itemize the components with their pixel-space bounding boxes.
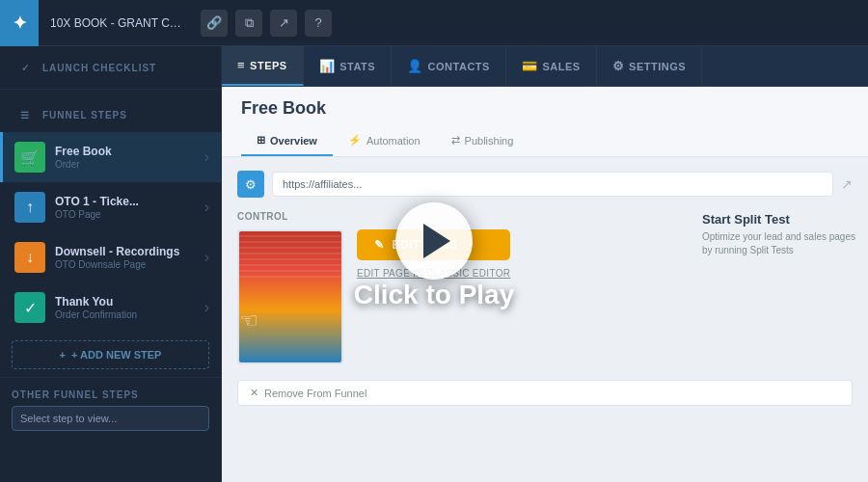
step-name-thank-you: Thank You: [55, 295, 201, 308]
remove-funnel-label: Remove From Funnel: [264, 388, 366, 399]
url-bar: ⚙ ↗: [237, 171, 853, 198]
overview-icon: ⊞: [257, 134, 265, 147]
nav-logo: ✦: [0, 0, 39, 46]
funnel-steps-label: FUNNEL STEPS: [42, 110, 127, 120]
stats-icon: 📊: [319, 59, 336, 73]
thumbnail-stripes: [239, 231, 341, 278]
external-icon-btn[interactable]: ↗: [270, 10, 297, 37]
contacts-icon: 👤: [407, 59, 423, 73]
page-thumbnail: [237, 229, 343, 364]
url-input[interactable]: [272, 172, 833, 197]
sub-tab-automation-label: Automation: [366, 135, 420, 147]
step-icon-check: ✓: [14, 292, 45, 323]
split-test-title: Start Split Test: [702, 212, 856, 227]
step-icon-down: ↓: [14, 242, 45, 273]
tab-settings[interactable]: ⚙ SETTINGS: [597, 46, 703, 86]
sales-icon: 💳: [522, 59, 538, 73]
sidebar-divider-2: [0, 377, 221, 378]
add-step-icon: +: [60, 349, 66, 361]
control-section: Control ✎ EDIT PAGE EDIT PAGE IN CLASSIC…: [237, 211, 853, 364]
tab-stats[interactable]: 📊 STATS: [304, 46, 392, 86]
play-button[interactable]: [395, 202, 473, 280]
step-sub-thank-you: Order Confirmation: [55, 309, 201, 320]
step-name-oto1: OTO 1 - Ticke...: [55, 195, 201, 208]
remove-from-funnel-button[interactable]: ✕ Remove From Funnel: [237, 380, 853, 406]
other-steps-label: OTHER FUNNEL STEPS: [12, 389, 209, 400]
other-steps-select[interactable]: Select step to view...: [12, 406, 209, 431]
split-test-desc: Optimize your lead and sales pages by ru…: [702, 230, 856, 257]
url-external-icon[interactable]: ↗: [841, 176, 853, 192]
add-step-label: + ADD NEW STEP: [71, 349, 161, 361]
settings-icon: ⚙: [612, 59, 625, 73]
content-title: Free Book: [241, 98, 849, 119]
nav-title: 10X BOOK - GRANT CAR...: [39, 16, 193, 30]
tab-contacts-label: CONTACTS: [428, 61, 490, 72]
step-arrow-free-book: ›: [204, 148, 209, 166]
launch-checklist-label: LAUNCH CHECKLIST: [42, 63, 156, 73]
page-control: ✎ EDIT PAGE EDIT PAGE IN CLASSIC EDITOR …: [237, 229, 853, 364]
launch-checklist-section: ✓ LAUNCH CHECKLIST: [0, 46, 221, 85]
step-name-free-book: Free Book: [55, 145, 201, 158]
content-body: ⚙ ↗ Control ✎ EDIT PAGE EDIT PAGE IN CLA…: [222, 157, 868, 475]
step-name-downsell: Downsell - Recordings: [55, 245, 201, 258]
copy-icon-btn[interactable]: ⧉: [235, 10, 262, 37]
top-nav: ✦ 10X BOOK - GRANT CAR... 🔗 ⧉ ↗ ?: [0, 0, 868, 46]
help-icon-btn[interactable]: ?: [305, 10, 332, 37]
content-header: Free Book ⊞ Overview ⚡ Automation ⇄ Publ…: [222, 87, 868, 157]
tab-steps[interactable]: ≡ STEPS: [222, 46, 304, 86]
tab-settings-label: SETTINGS: [629, 61, 686, 72]
nav-icons: 🔗 ⧉ ↗ ?: [193, 10, 339, 37]
step-sub-downsell: OTO Downsale Page: [55, 259, 201, 270]
tab-stats-label: STATS: [339, 61, 375, 72]
sidebar-step-free-book[interactable]: 🛒 Free Book Order ›: [0, 132, 221, 182]
step-icon-cart: 🛒: [14, 142, 45, 173]
sidebar-step-downsell[interactable]: ↓ Downsell - Recordings OTO Downsale Pag…: [0, 232, 221, 282]
tab-sales-label: SALES: [542, 61, 580, 72]
other-funnel-steps-section: OTHER FUNNEL STEPS Select step to view..…: [0, 382, 221, 439]
step-arrow-downsell: ›: [204, 249, 209, 266]
step-sub-oto1: OTO Page: [55, 209, 201, 220]
tab-sales[interactable]: 💳 SALES: [506, 46, 597, 86]
split-test-section: Start Split Test Optimize your lead and …: [702, 212, 856, 257]
sidebar-step-thank-you[interactable]: ✓ Thank You Order Confirmation ›: [0, 282, 221, 333]
tab-steps-label: STEPS: [250, 60, 287, 71]
add-new-step-button[interactable]: + + ADD NEW STEP: [12, 340, 209, 369]
url-gear-icon: ⚙: [237, 171, 264, 198]
step-sub-free-book: Order: [55, 159, 201, 170]
link-icon-btn[interactable]: 🔗: [201, 10, 228, 37]
step-arrow-thank-you: ›: [204, 299, 209, 316]
sidebar-divider-1: [0, 89, 221, 90]
automation-icon: ⚡: [348, 134, 362, 147]
main-content: Free Book ⊞ Overview ⚡ Automation ⇄ Publ…: [222, 87, 868, 482]
steps-icon: ≡: [237, 58, 245, 72]
funnel-steps-section: ☰ FUNNEL STEPS: [0, 94, 221, 132]
sidebar-step-oto1[interactable]: ↑ OTO 1 - Ticke... OTO Page ›: [0, 182, 221, 232]
step-icon-up: ↑: [14, 192, 45, 223]
edit-icon: ✎: [374, 238, 385, 252]
tab-contacts[interactable]: 👤 CONTACTS: [392, 46, 506, 86]
checklist-icon: ✓: [15, 58, 35, 77]
sub-tab-overview-label: Overview: [270, 135, 317, 147]
sub-tab-publishing[interactable]: ⇄ Publishing: [436, 126, 529, 156]
sub-tab-overview[interactable]: ⊞ Overview: [241, 126, 333, 156]
play-triangle-icon: [423, 224, 450, 258]
sidebar: ✓ LAUNCH CHECKLIST ☰ FUNNEL STEPS 🛒 Free…: [0, 46, 222, 482]
step-arrow-oto1: ›: [204, 199, 209, 216]
tab-bar: ≡ STEPS 📊 STATS 👤 CONTACTS 💳 SALES ⚙ SET…: [222, 46, 868, 87]
funnel-icon: ☰: [15, 105, 35, 124]
publishing-icon: ⇄: [451, 134, 460, 147]
remove-icon: ✕: [250, 387, 258, 399]
sub-tab-automation[interactable]: ⚡ Automation: [333, 126, 436, 156]
content-sub-tabs: ⊞ Overview ⚡ Automation ⇄ Publishing: [241, 126, 849, 156]
sub-tab-publishing-label: Publishing: [465, 135, 514, 147]
